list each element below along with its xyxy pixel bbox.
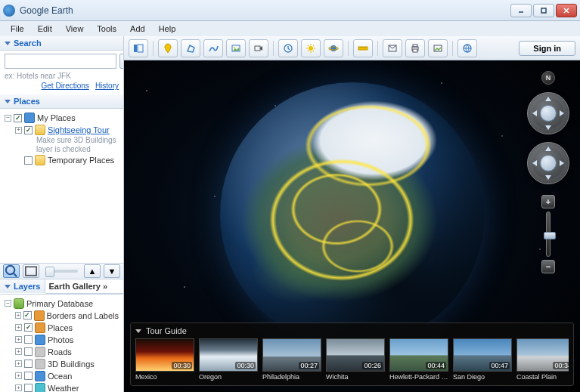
planet-icon[interactable] bbox=[324, 39, 343, 57]
places-search-icon[interactable] bbox=[3, 264, 20, 278]
checkbox[interactable] bbox=[24, 126, 33, 134]
places-panel-header[interactable]: Places bbox=[0, 94, 123, 109]
earth-gallery-button[interactable]: Earth Gallery » bbox=[45, 279, 123, 294]
navigation-controls: N + − bbox=[527, 71, 569, 273]
maximize-button[interactable] bbox=[533, 4, 554, 17]
hide-sidebar-icon[interactable] bbox=[129, 39, 148, 57]
history-link[interactable]: History bbox=[95, 82, 119, 90]
layer-icon bbox=[35, 383, 45, 393]
search-input[interactable] bbox=[5, 54, 116, 69]
expander-icon[interactable]: + bbox=[15, 324, 22, 331]
expander-icon[interactable]: − bbox=[5, 115, 11, 122]
collapse-icon bbox=[135, 329, 141, 333]
thumb-duration: 00:30 bbox=[235, 362, 256, 369]
thumb-label: Hewlett-Packard Co... bbox=[389, 373, 448, 381]
checkbox[interactable] bbox=[24, 347, 33, 356]
layer-row[interactable]: +Roads bbox=[5, 346, 119, 358]
save-image-icon[interactable] bbox=[428, 39, 448, 57]
minimize-button[interactable] bbox=[510, 4, 532, 17]
layer-row[interactable]: +3D Buildings bbox=[5, 358, 119, 370]
tour-thumbnail[interactable]: 00:30Oregon bbox=[199, 338, 258, 381]
expander-icon[interactable]: + bbox=[15, 348, 22, 355]
svg-rect-12 bbox=[255, 46, 260, 51]
thumb-image: 00:44 bbox=[389, 338, 448, 372]
image-overlay-icon[interactable] bbox=[226, 39, 246, 57]
look-joystick[interactable] bbox=[527, 92, 569, 134]
layers-panel-header[interactable]: Layers bbox=[0, 279, 45, 293]
move-down-icon[interactable]: ▼ bbox=[104, 264, 120, 278]
checkbox[interactable] bbox=[24, 384, 33, 392]
sign-in-button[interactable]: Sign in bbox=[519, 41, 575, 56]
zoom-out-button[interactable]: − bbox=[541, 260, 555, 273]
tree-row-primary-database[interactable]: − Primary Database bbox=[5, 298, 119, 310]
places-view-icon[interactable] bbox=[23, 264, 39, 278]
tree-row-temporary[interactable]: Temporary Places bbox=[5, 154, 119, 166]
get-directions-link[interactable]: Get Directions bbox=[42, 82, 89, 90]
tour-guide-panel: Tour Guide 00:30Mexico00:30Oregon00:27Ph… bbox=[130, 323, 574, 386]
thumb-image: 00:34 bbox=[516, 338, 569, 372]
earth-globe[interactable] bbox=[220, 82, 485, 347]
menu-file[interactable]: File bbox=[5, 23, 30, 35]
thumb-label: Coastal Plain bbox=[516, 373, 569, 381]
tour-thumbnail[interactable]: 00:26Wichita bbox=[326, 338, 385, 381]
checkbox[interactable] bbox=[24, 335, 33, 344]
expander-icon[interactable]: + bbox=[15, 360, 22, 367]
search-panel-header[interactable]: Search bbox=[0, 36, 123, 51]
expander-icon[interactable]: + bbox=[15, 372, 22, 379]
checkbox[interactable] bbox=[14, 114, 22, 122]
layer-row[interactable]: +Weather bbox=[5, 382, 119, 393]
tree-label: Primary Database bbox=[26, 299, 93, 308]
expander-icon[interactable]: − bbox=[5, 300, 11, 307]
expander-icon[interactable]: + bbox=[15, 336, 22, 343]
checkbox[interactable] bbox=[24, 372, 33, 380]
layer-label: Borders and Labels bbox=[47, 311, 119, 320]
zoom-in-button[interactable]: + bbox=[541, 195, 555, 208]
move-joystick[interactable] bbox=[527, 142, 569, 184]
view-in-maps-icon[interactable] bbox=[457, 39, 477, 57]
layer-row[interactable]: +Photos bbox=[5, 334, 119, 346]
polygon-icon[interactable] bbox=[181, 39, 200, 57]
record-tour-icon[interactable] bbox=[249, 39, 268, 57]
checkbox[interactable] bbox=[24, 323, 33, 332]
layer-row[interactable]: +Borders and Labels bbox=[5, 310, 119, 322]
tour-guide-header[interactable]: Tour Guide bbox=[135, 326, 569, 335]
move-up-icon[interactable]: ▲ bbox=[84, 264, 101, 278]
sidebar: Search Search ex: Hotels near JFK Get Di… bbox=[0, 36, 124, 392]
menu-add[interactable]: Add bbox=[124, 23, 151, 35]
expander-icon[interactable]: + bbox=[15, 127, 22, 134]
checkbox[interactable] bbox=[24, 156, 33, 165]
ruler-icon[interactable] bbox=[353, 39, 373, 57]
sun-icon[interactable] bbox=[301, 39, 321, 57]
tour-thumbnail[interactable]: 00:44Hewlett-Packard Co... bbox=[389, 338, 448, 381]
globe-viewport[interactable]: N + − Tour Guide bbox=[124, 60, 580, 392]
tree-row-my-places[interactable]: − My Places bbox=[5, 112, 119, 124]
placemark-icon[interactable] bbox=[158, 39, 178, 57]
north-indicator[interactable]: N bbox=[541, 71, 555, 85]
checkbox[interactable] bbox=[23, 311, 31, 319]
history-clock-icon[interactable] bbox=[278, 39, 298, 57]
expander-icon[interactable]: + bbox=[15, 312, 21, 319]
tour-thumbnail[interactable]: 00:30Mexico bbox=[135, 338, 194, 381]
thumb-duration: 00:34 bbox=[553, 362, 569, 369]
tour-thumbnail[interactable]: 00:47San Diego bbox=[453, 338, 512, 381]
path-icon[interactable] bbox=[203, 39, 223, 57]
close-button[interactable] bbox=[556, 4, 577, 17]
svg-line-21 bbox=[308, 51, 309, 51]
expander-icon[interactable]: + bbox=[15, 384, 22, 391]
menu-view[interactable]: View bbox=[60, 23, 90, 35]
layer-row[interactable]: +Ocean bbox=[5, 370, 119, 382]
menu-edit[interactable]: Edit bbox=[32, 23, 58, 35]
print-icon[interactable] bbox=[405, 39, 425, 57]
tour-thumbnail[interactable]: 00:34Coastal Plain bbox=[516, 338, 569, 381]
checkbox[interactable] bbox=[24, 360, 33, 368]
tree-row-sightseeing[interactable]: + Sightseeing Tour bbox=[5, 124, 119, 136]
tour-thumbnail[interactable]: 00:27Philadelphia bbox=[262, 338, 321, 381]
thumb-duration: 00:47 bbox=[489, 362, 510, 369]
menu-help[interactable]: Help bbox=[153, 23, 182, 35]
zoom-slider[interactable] bbox=[546, 211, 551, 257]
menu-tools[interactable]: Tools bbox=[91, 23, 123, 35]
layer-row[interactable]: +Places bbox=[5, 322, 119, 334]
layer-icon bbox=[35, 347, 45, 357]
opacity-slider[interactable] bbox=[45, 270, 78, 273]
email-icon[interactable] bbox=[383, 39, 402, 57]
